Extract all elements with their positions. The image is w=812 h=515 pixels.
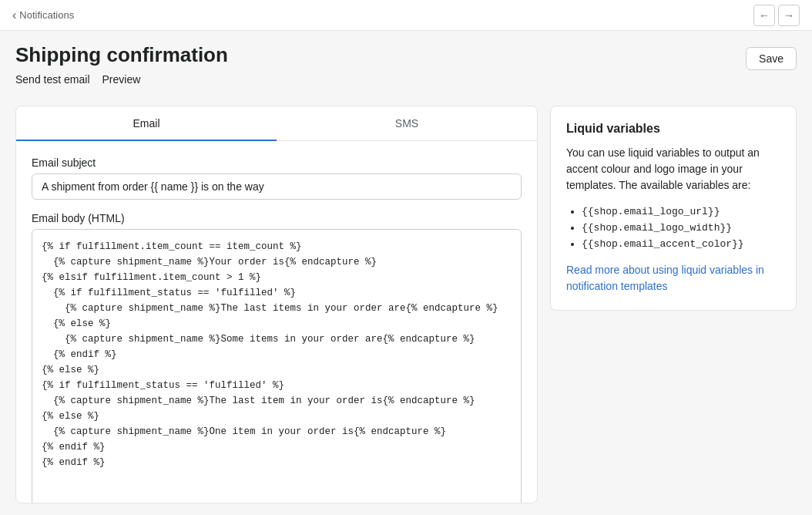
top-bar: ‹ Notifications ← → bbox=[0, 0, 812, 31]
main-panel: Email SMS Email subject Email body (HTML… bbox=[15, 106, 538, 503]
tab-email[interactable]: Email bbox=[16, 106, 277, 140]
var-list: {{shop.email_logo_url}} {{shop.email_log… bbox=[566, 206, 780, 250]
back-link[interactable]: ‹ Notifications bbox=[12, 8, 74, 22]
read-more-link[interactable]: Read more about using liquid variables i… bbox=[566, 264, 764, 292]
send-test-email-link[interactable]: Send test email bbox=[15, 73, 90, 87]
preview-link[interactable]: Preview bbox=[102, 73, 141, 87]
back-arrow-icon: ‹ bbox=[12, 8, 16, 22]
liquid-vars-card: Liquid variables You can use liquid vari… bbox=[550, 106, 797, 311]
email-subject-label: Email subject bbox=[32, 157, 522, 169]
side-panel: Liquid variables You can use liquid vari… bbox=[550, 106, 797, 503]
email-body-label: Email body (HTML) bbox=[32, 212, 522, 224]
liquid-vars-description: You can use liquid variables to output a… bbox=[566, 145, 780, 194]
email-body-group: Email body (HTML) bbox=[32, 212, 522, 503]
email-body-textarea[interactable] bbox=[32, 229, 522, 503]
form-section: Email subject Email body (HTML) bbox=[16, 141, 537, 503]
var-item-1: {{shop.email_logo_width}} bbox=[582, 222, 780, 234]
liquid-vars-title: Liquid variables bbox=[566, 122, 780, 136]
email-subject-input[interactable] bbox=[32, 173, 522, 200]
var-item-2: {{shop.email_accent_color}} bbox=[582, 238, 780, 250]
back-label: Notifications bbox=[19, 9, 74, 21]
page-actions: Shipping confirmation Save bbox=[15, 43, 797, 73]
save-button[interactable]: Save bbox=[746, 47, 797, 70]
var-item-0: {{shop.email_logo_url}} bbox=[582, 206, 780, 217]
header-links: Send test email Preview bbox=[15, 73, 797, 87]
page-title: Shipping confirmation bbox=[15, 43, 228, 67]
content-area: Email SMS Email subject Email body (HTML… bbox=[0, 93, 812, 515]
tab-sms[interactable]: SMS bbox=[277, 106, 537, 140]
email-subject-group: Email subject bbox=[32, 157, 522, 200]
prev-button[interactable]: ← bbox=[753, 5, 775, 26]
page-header: Shipping confirmation Save Send test ema… bbox=[0, 31, 812, 93]
tabs: Email SMS bbox=[16, 106, 537, 141]
nav-arrows: ← → bbox=[753, 5, 800, 26]
next-button[interactable]: → bbox=[778, 5, 800, 26]
